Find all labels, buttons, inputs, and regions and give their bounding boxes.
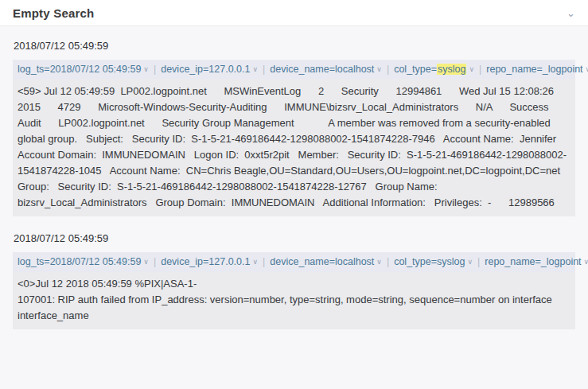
log-entry: 2018/07/12 05:49:59log_ts=2018/07/12 05:… <box>13 232 575 329</box>
field-value: 2018/07/12 05:49:59 <box>50 64 142 75</box>
log-message: <0>Jul 12 2018 05:49:59 %PIX|ASA-1- 1070… <box>13 272 575 329</box>
chevron-down-icon[interactable]: ⌄ <box>567 8 575 18</box>
chevron-down-icon[interactable]: ∨ <box>143 258 149 266</box>
search-panel-header: Empty Search ⌄ <box>0 0 588 26</box>
chevron-down-icon[interactable]: ∨ <box>376 65 382 73</box>
tag-separator: | <box>477 256 480 267</box>
field-value: 2018/07/12 05:49:59 <box>50 256 142 267</box>
field-value: _logpoint <box>543 64 583 75</box>
field-key: device_ip= <box>161 64 208 75</box>
field-key: log_ts= <box>18 256 50 267</box>
field-value: _logpoint <box>541 256 582 267</box>
chevron-down-icon[interactable]: ∨ <box>586 65 588 73</box>
field-tag-list: log_ts=2018/07/12 05:49:59∨|device_ip=12… <box>13 252 575 272</box>
field-value: 127.0.0.1 <box>208 64 250 75</box>
tag-separator: | <box>387 256 389 267</box>
field-tag-list: log_ts=2018/07/12 05:49:59∨|device_ip=12… <box>13 60 575 80</box>
log-timestamp: 2018/07/12 05:49:59 <box>14 40 575 52</box>
tag-separator: | <box>154 64 156 75</box>
field-key: repo_name= <box>486 64 543 75</box>
field-key: device_ip= <box>161 256 208 267</box>
field-tag-log_ts[interactable]: log_ts=2018/07/12 05:49:59∨ <box>18 64 149 75</box>
field-value: syslog <box>437 64 466 75</box>
log-message: <59> Jul 12 05:49:59 LP002.logpoint.net … <box>13 80 575 216</box>
chevron-down-icon[interactable]: ∨ <box>252 65 258 73</box>
field-tag-col_type[interactable]: col_type=syslog∨ <box>394 256 473 267</box>
tag-separator: | <box>154 256 156 267</box>
field-tag-device_name[interactable]: device_name=localhost∨ <box>270 256 382 267</box>
tag-separator: | <box>263 64 265 75</box>
chevron-down-icon[interactable]: ∨ <box>584 258 588 266</box>
log-timestamp: 2018/07/12 05:49:59 <box>14 232 575 244</box>
field-key: repo_name= <box>485 256 541 267</box>
chevron-down-icon[interactable]: ∨ <box>252 258 258 266</box>
tag-separator: | <box>263 256 265 267</box>
field-value: syslog <box>437 256 465 267</box>
chevron-down-icon[interactable]: ∨ <box>469 65 474 73</box>
field-value: 127.0.0.1 <box>208 256 250 267</box>
field-key: col_type= <box>394 64 437 75</box>
chevron-down-icon[interactable]: ∨ <box>143 65 149 73</box>
field-key: device_name= <box>270 64 335 75</box>
chevron-down-icon[interactable]: ∨ <box>467 258 473 266</box>
field-key: col_type= <box>394 256 437 267</box>
field-tag-repo_name[interactable]: repo_name=_logpoint∨ <box>486 64 588 75</box>
tag-separator: | <box>479 64 481 75</box>
search-results: 2018/07/12 05:49:59log_ts=2018/07/12 05:… <box>0 26 588 353</box>
page-title: Empty Search <box>13 6 94 20</box>
field-tag-repo_name[interactable]: repo_name=_logpoint∨ <box>485 256 588 267</box>
field-tag-col_type[interactable]: col_type=syslog∨ <box>394 64 474 75</box>
field-tag-device_ip[interactable]: device_ip=127.0.0.1∨ <box>161 256 258 267</box>
chevron-down-icon[interactable]: ∨ <box>376 258 382 266</box>
log-entry: 2018/07/12 05:49:59log_ts=2018/07/12 05:… <box>13 40 575 216</box>
field-key: log_ts= <box>18 64 50 75</box>
field-value: localhost <box>335 256 374 267</box>
field-tag-log_ts[interactable]: log_ts=2018/07/12 05:49:59∨ <box>18 256 149 267</box>
log-entries: 2018/07/12 05:49:59log_ts=2018/07/12 05:… <box>13 40 575 329</box>
field-key: device_name= <box>270 256 335 267</box>
tag-separator: | <box>387 64 389 75</box>
field-value: localhost <box>335 64 374 75</box>
field-tag-device_name[interactable]: device_name=localhost∨ <box>270 64 382 75</box>
field-tag-device_ip[interactable]: device_ip=127.0.0.1∨ <box>161 64 258 75</box>
